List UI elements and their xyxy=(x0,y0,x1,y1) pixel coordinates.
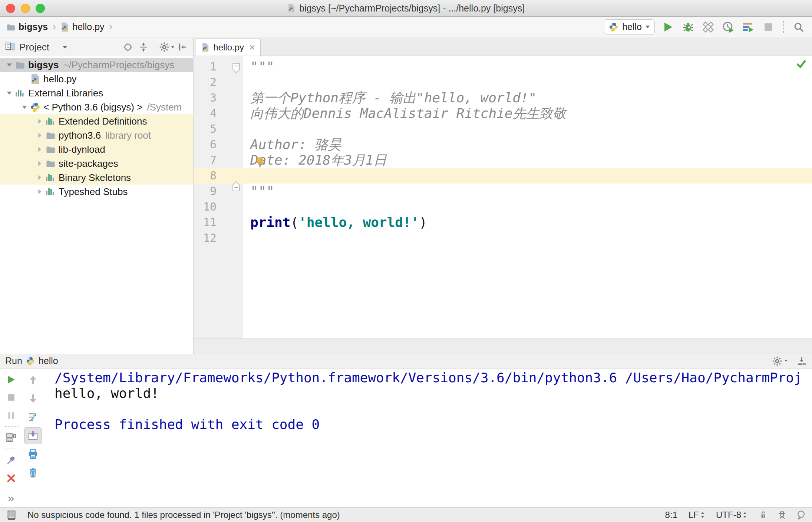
line-ending-widget[interactable]: LF xyxy=(689,510,705,520)
caret-position-widget[interactable]: 8:1 xyxy=(665,510,677,520)
tree-item-label: lib-dynload xyxy=(59,144,105,155)
fold-start-icon[interactable] xyxy=(232,63,240,74)
sort-arrows-icon xyxy=(743,511,747,519)
tree-item-extended-definitions[interactable]: Extended Definitions xyxy=(0,114,193,128)
run-toolbar: » xyxy=(0,369,44,507)
main-area: Project bigsys~/PycharmProjects/bigsyshe… xyxy=(0,38,812,354)
tree-collapse-arrow-icon[interactable] xyxy=(34,174,45,182)
tree-collapse-arrow-icon[interactable] xyxy=(34,145,45,153)
code-text: """ xyxy=(250,184,274,199)
pause-output-button[interactable] xyxy=(0,407,22,424)
tree-expand-arrow-icon[interactable] xyxy=(4,61,15,69)
tree-item-site-packages[interactable]: site-packages xyxy=(0,156,193,171)
breadcrumb-item-bigsys[interactable]: bigsys xyxy=(6,22,48,32)
up-the-stack-trace-button[interactable] xyxy=(22,371,44,389)
pin-icon xyxy=(6,455,17,466)
tree-item-label: Typeshed Stubs xyxy=(59,186,128,198)
tree-item-hello-py[interactable]: hello.py xyxy=(0,72,193,86)
editor-line-7: 7Date: 2018年3月1日 xyxy=(194,152,812,168)
close-window-button[interactable] xyxy=(6,4,15,13)
run-with-coverage-button[interactable] xyxy=(701,20,716,34)
console-output[interactable]: /System/Library/Frameworks/Python.framew… xyxy=(44,369,812,507)
code-text: Author: 骆昊 xyxy=(250,137,341,152)
concurrency-diagram-button[interactable] xyxy=(741,20,756,34)
python-icon xyxy=(609,22,618,32)
scroll-end-icon xyxy=(27,430,39,441)
tree-item-path: ~/PycharmProjects/bigsys xyxy=(63,59,174,71)
run-panel-title: Run xyxy=(5,356,22,366)
token-keyword: print xyxy=(250,215,290,230)
python-file-icon xyxy=(201,43,209,52)
tree-item-label: site-packages xyxy=(59,158,118,169)
profiler-button[interactable] xyxy=(721,20,736,34)
tree-collapse-arrow-icon[interactable] xyxy=(34,159,45,168)
library-icon xyxy=(45,186,59,197)
panel-header-divider xyxy=(155,42,155,53)
editor[interactable]: 1"""23第一个Python程序 - 输出"hello, world!"4向伟… xyxy=(194,56,812,338)
tree-item-label: hello.py xyxy=(43,73,77,85)
print-button[interactable] xyxy=(22,445,44,463)
soft-wrap-button[interactable] xyxy=(22,408,44,426)
line-number: 9 xyxy=(194,184,217,199)
tree-item-binary-skeletons[interactable]: Binary Skeletons xyxy=(0,171,193,185)
locate-button[interactable] xyxy=(122,41,134,53)
tree-collapse-arrow-icon[interactable] xyxy=(34,188,45,196)
tree-item-python3-6[interactable]: python3.6library root xyxy=(0,128,193,142)
stop-process-button[interactable] xyxy=(0,389,22,406)
run-button[interactable] xyxy=(661,20,676,34)
highlighting-level-lock[interactable] xyxy=(758,510,768,520)
search-everywhere-button[interactable] xyxy=(791,20,806,34)
debug-button[interactable] xyxy=(681,20,696,34)
minimize-window-button[interactable] xyxy=(21,4,30,13)
chevron-down-icon[interactable] xyxy=(63,46,67,49)
zoom-window-button[interactable] xyxy=(36,4,45,13)
down-the-stack-trace-button[interactable] xyxy=(22,389,44,408)
tree-item-lib-dynload[interactable]: lib-dynload xyxy=(0,142,193,156)
panel-settings-button[interactable] xyxy=(161,41,173,53)
tree-item-bigsys[interactable]: bigsys~/PycharmProjects/bigsys xyxy=(0,58,193,72)
token-comment: 第一个Python程序 - 输出"hello, world!" xyxy=(250,90,537,105)
more-options-button[interactable]: » xyxy=(0,489,22,507)
pin-tab-button[interactable] xyxy=(0,451,22,469)
tree-collapse-arrow-icon[interactable] xyxy=(34,117,45,125)
tree-item-python-3-6-bigsys[interactable]: < Python 3.6 (bigsys) >/System xyxy=(0,100,193,114)
project-panel-title[interactable]: Project xyxy=(19,42,49,53)
tree-item-external-libraries[interactable]: External Libraries xyxy=(0,86,193,100)
token-plain: ) xyxy=(419,215,427,230)
toolwindow-toggle-icon[interactable] xyxy=(6,509,17,521)
hide-run-panel-button[interactable] xyxy=(796,354,807,369)
tab-hello-py[interactable]: hello.py × xyxy=(196,39,261,56)
hector-inspector[interactable] xyxy=(777,510,787,520)
tree-item-typeshed-stubs[interactable]: Typeshed Stubs xyxy=(0,185,193,199)
encoding-widget[interactable]: UTF-8 xyxy=(716,510,747,520)
token-comment: Date: 2018年3月1日 xyxy=(250,152,387,168)
stop-button[interactable] xyxy=(761,20,776,34)
run-settings-button[interactable] xyxy=(772,354,788,369)
chevron-down-icon xyxy=(171,46,174,48)
scroll-to-end-button[interactable] xyxy=(22,426,44,445)
rerun-button[interactable] xyxy=(0,371,22,389)
status-bar: No suspicious code found. 1 files proces… xyxy=(0,507,812,522)
intention-bulb-icon[interactable] xyxy=(255,157,265,168)
coverage-icon xyxy=(702,21,714,33)
tree-expand-arrow-icon[interactable] xyxy=(19,103,30,111)
close-tab-button[interactable] xyxy=(0,469,22,487)
clear-all-button[interactable] xyxy=(22,463,44,482)
run-configuration-select[interactable]: hello xyxy=(604,19,655,35)
tree-collapse-arrow-icon[interactable] xyxy=(34,131,45,139)
collapse-all-button[interactable] xyxy=(137,41,150,53)
inspection-ok-icon[interactable] xyxy=(796,58,807,69)
python-icon xyxy=(30,102,43,112)
fold-end-icon[interactable] xyxy=(232,181,240,192)
code-text: """ xyxy=(250,59,274,75)
run-panel-config-label: hello xyxy=(39,356,58,366)
close-tab-icon[interactable]: × xyxy=(249,42,255,53)
folder-icon xyxy=(45,130,59,141)
status-widgets: 8:1 LF UTF-8 xyxy=(665,510,806,520)
tree-expand-arrow-icon[interactable] xyxy=(4,89,15,97)
restore-layout-button[interactable] xyxy=(0,429,22,447)
breadcrumb-item-hello-py[interactable]: hello.py xyxy=(60,22,104,32)
project-tree: bigsys~/PycharmProjects/bigsyshello.pyEx… xyxy=(0,56,193,354)
hide-panel-button[interactable] xyxy=(176,41,189,53)
feedback-bubble[interactable] xyxy=(796,510,806,520)
